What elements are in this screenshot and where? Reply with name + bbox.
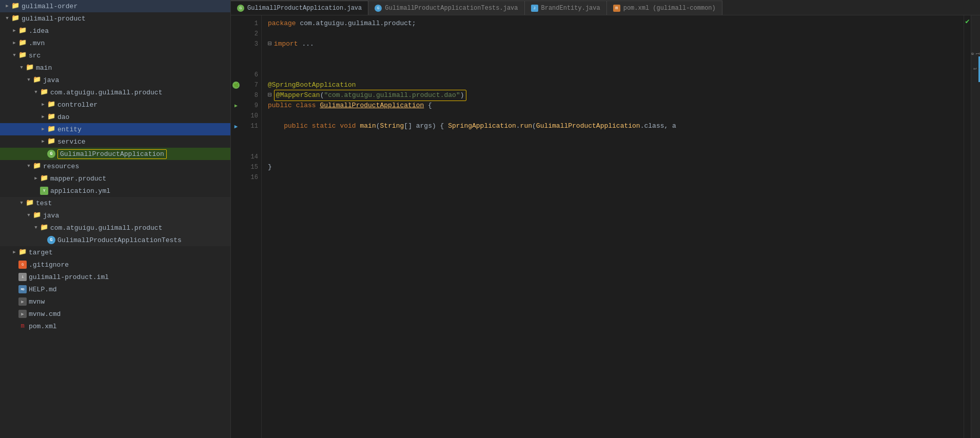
folder-icon: 📁 — [33, 162, 41, 170]
tree-label: .gitignore — [29, 261, 69, 269]
tree-label: application.yml — [50, 187, 110, 195]
tab-label: BrandEntity.java — [541, 5, 600, 12]
tab-pom[interactable]: m pom.xml (gulimall-common) — [607, 1, 722, 15]
tree-item-iml[interactable]: i gulimall-product.iml — [0, 271, 230, 283]
gutter-line-11[interactable]: ▶ — [231, 121, 241, 131]
tree-item-mapper[interactable]: 📁 mapper.product — [0, 172, 230, 185]
keyword: class — [296, 101, 316, 111]
tree-label: resources — [43, 163, 79, 170]
tab-test-class[interactable]: G GulimallProductApplicationTests.java — [368, 1, 524, 15]
tree-item-help-md[interactable]: MD HELP.md — [0, 283, 230, 295]
tree-item-gulimall-product[interactable]: 📁 gulimall-product — [0, 12, 230, 25]
string-value: "com.atguigu.gulimall.product.dao" — [324, 90, 460, 101]
tree-item-idea[interactable]: 📁 .idea — [0, 25, 230, 37]
right-gutter: ✔ — [964, 15, 971, 438]
tree-item-dao[interactable]: 📁 dao — [0, 111, 230, 123]
tree-item-src[interactable]: 📁 src — [0, 49, 230, 62]
class-ref: SpringApplication — [448, 121, 516, 131]
tree-label: src — [29, 52, 41, 59]
gutter-line-13 — [231, 142, 241, 152]
gutter-line-2 — [231, 29, 241, 39]
iml-icon: i — [18, 273, 27, 281]
tree-item-test-java[interactable]: 📁 java — [0, 209, 230, 222]
tab-blue-icon: J — [531, 5, 538, 12]
tree-label: gulimall-product — [22, 15, 86, 23]
tree-item-entity[interactable]: 📁 entity — [0, 123, 230, 135]
code-text — [356, 121, 360, 131]
tree-item-service[interactable]: 📁 service — [0, 135, 230, 148]
tree-label: target — [29, 249, 53, 256]
keyword: public — [268, 101, 292, 111]
tree-item-test[interactable]: 📁 test — [0, 197, 230, 209]
tree-item-main[interactable]: 📁 main — [0, 62, 230, 74]
tree-item-target[interactable]: 📁 target — [0, 246, 230, 258]
class-ref: String — [380, 121, 404, 131]
code-line-9: public class GulimallProductApplication … — [268, 101, 957, 111]
gutter-line-1 — [231, 18, 241, 29]
arrow-icon — [26, 163, 32, 169]
code-text: .class, a — [640, 121, 676, 131]
tree-item-mvnw-cmd[interactable]: ▶ mvnw.cmd — [0, 308, 230, 320]
arrow-icon — [11, 40, 17, 46]
run-icon[interactable]: ▶ — [232, 102, 240, 109]
fold-indicator-8: ⊟ — [268, 90, 272, 101]
tree-label: gulimall-order — [22, 3, 77, 10]
tree-item-mvnw[interactable]: ▶ mvnw — [0, 295, 230, 308]
tree-item-main-class[interactable]: G GulimallProductApplication — [0, 148, 230, 160]
code-line-5 — [268, 59, 957, 70]
code-text: ( — [376, 121, 380, 131]
tree-item-package[interactable]: 📁 com.atguigu.gulimall.product — [0, 86, 230, 98]
arrow-icon — [26, 212, 32, 218]
annotation: @SpringBootApplication — [268, 80, 356, 90]
tree-item-resources[interactable]: 📁 resources — [0, 160, 230, 172]
folder-icon: 📁 — [40, 224, 48, 232]
tree-item-test-package[interactable]: 📁 com.atguigu.gulimall.product — [0, 222, 230, 234]
keyword: void — [340, 121, 356, 131]
arrow-icon — [33, 225, 39, 231]
tab-brand-entity[interactable]: J BrandEntity.java — [525, 1, 607, 15]
code-text — [308, 121, 312, 131]
fold-indicator: ⊟ — [268, 39, 272, 49]
fold-icon[interactable]: ▶ — [232, 123, 240, 130]
hint-text: Help — [971, 52, 980, 55]
folder-icon: 📁 — [40, 88, 48, 96]
folder-icon: 📁 — [18, 39, 27, 47]
folder-icon: 📁 — [47, 137, 55, 146]
tree-label: com.atguigu.gulimall.product — [50, 224, 162, 232]
code-text: com.atguigu.gulimall.product; — [296, 18, 416, 29]
git-icon: G — [18, 261, 27, 269]
gutter-line-10 — [231, 111, 241, 121]
tree-item-gitignore[interactable]: G .gitignore — [0, 258, 230, 271]
gutter-line-7[interactable]: 🌿 — [231, 80, 241, 90]
tab-main-class[interactable]: G GulimallProductApplication.java — [231, 1, 368, 15]
gutter-line-5 — [231, 59, 241, 70]
tree-item-application-yml[interactable]: Y application.yml — [0, 185, 230, 197]
tree-item-test-class[interactable]: G GulimallProductApplicationTests — [0, 234, 230, 246]
tree-item-controller[interactable]: 📁 controller — [0, 98, 230, 111]
tree-item-pom[interactable]: m pom.xml — [0, 320, 230, 332]
tree-label: java — [43, 76, 59, 84]
arrow-icon — [40, 126, 46, 132]
yaml-icon: Y — [40, 187, 48, 195]
code-content[interactable]: package com.atguigu.gulimall.product; ⊟ … — [262, 15, 964, 438]
tree-label: mvnw — [29, 298, 45, 306]
gutter-line-14 — [231, 152, 241, 162]
gutter-line-3 — [231, 39, 241, 49]
method-name: main — [360, 121, 376, 131]
folder-icon: 📁 — [11, 2, 19, 10]
gutter-line-9[interactable]: ▶ — [231, 101, 241, 111]
checkmark-area: ✔ — [964, 17, 971, 25]
tree-item-gulimall-order[interactable]: 📁 gulimall-order — [0, 0, 230, 12]
code-area: 🌿 ▶ ▶ 1 2 3 6 7 8 — [231, 15, 980, 438]
tree-item-mvn[interactable]: 📁 .mvn — [0, 37, 230, 49]
shell-icon: ▶ — [18, 310, 27, 318]
tree-item-java[interactable]: 📁 java — [0, 74, 230, 86]
code-line-11: public static void main ( String [] args… — [268, 121, 957, 131]
tree-label: main — [36, 64, 52, 72]
code-text — [316, 101, 320, 111]
code-line-3: ⊟ import ... — [268, 39, 957, 49]
code-line-8: ⊟ @MapperScan ( "com.atguigu.gulimall.pr… — [268, 90, 957, 101]
code-text: } — [268, 162, 272, 172]
code-editor: G GulimallProductApplication.java G Guli… — [231, 0, 980, 438]
arrow-icon — [11, 28, 17, 34]
